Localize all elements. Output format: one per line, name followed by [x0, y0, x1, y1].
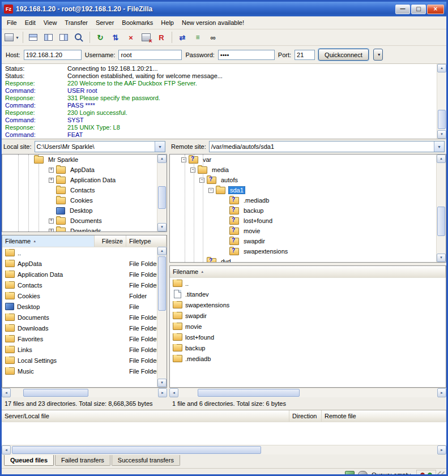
tree-item[interactable]: ? backup	[170, 205, 446, 216]
reconnect-button[interactable]: R	[154, 30, 169, 45]
file-row[interactable]: backup	[170, 342, 446, 353]
scroll-thumb[interactable]	[437, 207, 445, 236]
column-header-filename[interactable]: Filename ▲	[170, 266, 446, 277]
scroll-down-icon[interactable]: ▼	[437, 254, 446, 262]
toggle-queue-button[interactable]	[72, 30, 87, 45]
scroll-up-icon[interactable]: ▲	[437, 64, 446, 72]
find-files-button[interactable]: ∞	[206, 30, 220, 45]
tree-item[interactable]: ? dvd	[170, 256, 446, 263]
tree-item[interactable]: ? swapdir	[170, 236, 446, 246]
tree-item[interactable]: + AppData	[2, 165, 167, 175]
expander-minus-icon[interactable]: -	[190, 168, 195, 173]
expander-minus-icon[interactable]: -	[181, 157, 186, 162]
file-row[interactable]: MusicFile Folder	[2, 366, 167, 376]
scroll-right-icon[interactable]: ►	[158, 388, 167, 397]
expander-minus-icon[interactable]: -	[208, 188, 214, 193]
file-row[interactable]: swapextensions	[170, 299, 446, 310]
maximize-button[interactable]: □	[411, 5, 426, 14]
tree-item[interactable]: Cookies	[2, 195, 167, 205]
chevron-down-icon[interactable]: ▼	[155, 141, 165, 152]
tree-item[interactable]: + Downloads	[2, 226, 167, 232]
scroll-down-icon[interactable]: ▼	[157, 223, 167, 231]
file-row[interactable]: Application DataFile Folder	[2, 269, 167, 280]
cancel-button[interactable]: ×	[123, 30, 138, 45]
queue-body[interactable]	[2, 422, 446, 445]
local-tree-scrollbar[interactable]: ▲ ▼	[157, 155, 167, 231]
tree-item[interactable]: Desktop	[2, 205, 167, 216]
file-row[interactable]: ..	[2, 247, 167, 258]
file-row[interactable]: CookiesFolder	[2, 290, 167, 301]
speed-limits-icon[interactable]	[358, 471, 368, 476]
menu-file[interactable]: File	[3, 18, 21, 28]
toggle-remote-tree-button[interactable]	[57, 30, 71, 45]
tab-failed-transfers[interactable]: Failed transfers	[55, 455, 110, 466]
scroll-thumb[interactable]	[158, 256, 166, 311]
file-row[interactable]: lost+found	[170, 332, 446, 342]
file-row[interactable]: AppDataFile Folder	[2, 258, 167, 269]
scroll-down-icon[interactable]: ▼	[157, 379, 167, 387]
file-row[interactable]: .mediadb	[170, 353, 446, 364]
column-header-remote-file[interactable]: Remote file	[322, 410, 446, 422]
tree-item[interactable]: + Documents	[2, 216, 167, 226]
file-row[interactable]: Local SettingsFile Folder	[2, 355, 167, 366]
tree-item[interactable]: - ? var	[170, 155, 446, 165]
host-input[interactable]	[24, 50, 82, 60]
column-header-filename[interactable]: Filename ▲	[2, 235, 95, 247]
disconnect-button[interactable]	[139, 30, 153, 45]
password-input[interactable]	[218, 50, 275, 60]
file-row[interactable]: DocumentsFile Folder	[2, 312, 167, 323]
remote-file-list[interactable]: Filename ▲ .. .titandev swapextensions s…	[169, 265, 446, 388]
expander-plus-icon[interactable]: +	[49, 218, 54, 224]
menu-new-version[interactable]: New version available!	[178, 18, 248, 28]
synchronized-browsing-button[interactable]: ≡	[190, 30, 205, 45]
file-row[interactable]: ..	[170, 278, 446, 289]
scroll-thumb[interactable]	[158, 186, 166, 209]
file-row[interactable]: movie	[170, 321, 446, 332]
scroll-left-icon[interactable]: ◄	[169, 388, 178, 397]
remote-site-combo[interactable]: /var/media/autofs/sda1 ▼	[209, 141, 445, 152]
file-row[interactable]: DownloadsFile Folder	[2, 323, 167, 333]
menu-help[interactable]: Help	[157, 18, 178, 28]
site-manager-button[interactable]: ▼	[4, 30, 20, 45]
scroll-right-icon[interactable]: ►	[437, 388, 446, 397]
menu-view[interactable]: View	[40, 18, 61, 28]
directory-comparison-button[interactable]: ⇄	[175, 30, 190, 45]
file-row[interactable]: swapdir	[170, 310, 446, 321]
scroll-left-icon[interactable]: ◄	[2, 388, 11, 397]
local-file-list[interactable]: Filename ▲ Filesize Filetype .. AppDataF…	[2, 235, 167, 388]
scroll-thumb[interactable]	[12, 446, 261, 454]
tree-item[interactable]: - sda1	[170, 185, 446, 195]
tree-item[interactable]: + Application Data	[2, 175, 167, 185]
menu-server[interactable]: Server	[92, 18, 118, 28]
column-header-server-local-file[interactable]: Server/Local file	[2, 410, 289, 422]
queue-horizontal-scrollbar[interactable]: ◄ ►	[2, 445, 446, 454]
column-header-direction[interactable]: Direction	[289, 410, 322, 422]
minimize-button[interactable]: —	[395, 5, 410, 14]
tree-item[interactable]: Mr Sparkle	[2, 155, 167, 165]
toggle-local-tree-button[interactable]	[41, 30, 56, 45]
username-input[interactable]	[118, 50, 182, 60]
transfer-queue[interactable]: Server/Local file Direction Remote file …	[2, 410, 446, 454]
expander-plus-icon[interactable]: +	[49, 168, 54, 173]
tree-item[interactable]: - ? autofs	[170, 175, 446, 185]
chevron-down-icon[interactable]: ▼	[434, 141, 444, 152]
local-site-combo[interactable]: C:\Users\Mr Sparkle\ ▼	[35, 141, 165, 152]
scroll-thumb[interactable]	[198, 389, 300, 397]
quickconnect-button[interactable]: Quickconnect	[318, 49, 369, 61]
process-queue-button[interactable]: ⇅	[108, 30, 123, 45]
expander-plus-icon[interactable]: +	[49, 178, 54, 183]
file-row[interactable]: LinksFile Folder	[2, 344, 167, 355]
tree-item[interactable]: ? .mediadb	[170, 195, 446, 205]
scroll-up-icon[interactable]: ▲	[437, 155, 446, 163]
tab-successful-transfers[interactable]: Successful transfers	[112, 455, 180, 466]
scroll-left-icon[interactable]: ◄	[2, 445, 11, 454]
menu-transfer[interactable]: Transfer	[61, 18, 92, 28]
menu-edit[interactable]: Edit	[21, 18, 40, 28]
resize-grip[interactable]	[437, 471, 445, 476]
scroll-thumb[interactable]	[438, 110, 446, 129]
scroll-right-icon[interactable]: ►	[437, 445, 446, 454]
close-button[interactable]: ×	[427, 5, 444, 14]
refresh-button[interactable]: ↻	[93, 30, 108, 45]
quickconnect-dropdown-button[interactable]: ▼	[373, 49, 383, 61]
port-input[interactable]	[295, 50, 315, 60]
